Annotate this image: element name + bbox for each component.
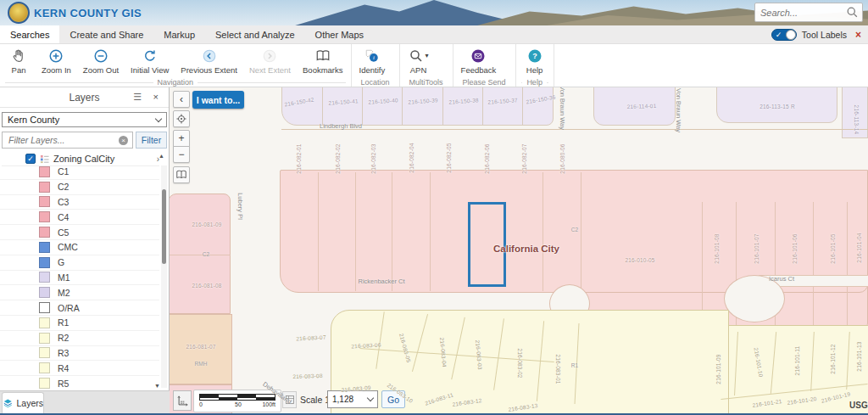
pan-button[interactable]: Pan: [2, 44, 36, 78]
map-area-select[interactable]: Kern County: [2, 112, 167, 127]
help-button[interactable]: ?Help: [518, 44, 552, 78]
tool-label: Next Extent: [249, 65, 291, 75]
zoom-out-icon: [93, 48, 108, 64]
collapse-panel-button[interactable]: ‹: [173, 91, 190, 108]
legend-item-r1[interactable]: R1: [0, 316, 159, 331]
scroll-up-icon[interactable]: ▲: [159, 153, 164, 159]
ribbon-toolbar: PanZoom InZoom OutInitial ViewPrevious E…: [0, 44, 868, 87]
legend-item-o-ra[interactable]: O/RA: [0, 300, 159, 316]
tabbar-right: ✓ Tool Labels ×: [771, 25, 865, 44]
layer-legend-icon: [40, 154, 49, 164]
toggle-knob: [786, 30, 796, 40]
tab-other-maps[interactable]: Other Maps: [305, 25, 374, 43]
panel-bottom-strip: Layers: [0, 390, 170, 413]
legend-swatch: [39, 182, 50, 193]
tool-label: Initial View: [131, 65, 169, 75]
legend-swatch: [39, 227, 50, 238]
filter-button[interactable]: Filter: [136, 132, 167, 149]
panel-scrollbar-thumb[interactable]: [162, 189, 166, 264]
zoom-out-button[interactable]: Zoom Out: [77, 44, 125, 78]
previous-extent-button[interactable]: Previous Extent: [175, 44, 243, 78]
legend-label: M1: [58, 272, 70, 283]
street-label: Lindbergh Blvd: [320, 122, 362, 130]
zoning-code-label: C2: [571, 227, 578, 233]
help-icon: ?: [527, 48, 542, 64]
parcel-label: 216-083-01: [555, 354, 561, 384]
locate-button[interactable]: [173, 110, 190, 127]
legend-item-r5[interactable]: R5: [0, 376, 159, 391]
legend-item-m1[interactable]: M1: [0, 271, 159, 286]
parcel-block-peach[interactable]: [170, 314, 232, 384]
map-bookmarks-button[interactable]: [173, 166, 190, 183]
tab-searches[interactable]: Searches: [0, 25, 59, 43]
toolbar-group-please-send: FeedbackPlease Send: [453, 44, 516, 87]
legend-item-c4[interactable]: C4: [0, 210, 159, 225]
feedback-button[interactable]: Feedback: [455, 44, 503, 78]
legend-item-c2[interactable]: C2: [0, 180, 159, 195]
parcel-label: 216-101-13: [856, 341, 862, 371]
parcel-label: 216-081-07: [186, 344, 215, 350]
legend-label: M2: [58, 288, 70, 298]
coordinates-button[interactable]: [173, 390, 192, 411]
next-extent-icon: [262, 48, 277, 64]
street-label: Von Braun Way: [559, 87, 566, 130]
legend-item-cmc[interactable]: CMC: [0, 240, 159, 255]
global-search-box[interactable]: [754, 3, 863, 22]
tool-labels-toggle[interactable]: ✓: [771, 29, 797, 41]
legend-item-r2[interactable]: R2: [0, 331, 159, 346]
layer-list-menu-icon[interactable]: ☰: [133, 92, 142, 103]
filter-layers-input[interactable]: [7, 134, 119, 146]
scale-bar-ticks: 0 50 100ft: [199, 401, 275, 408]
toolbar-group-label: Help: [518, 78, 552, 87]
search-icon: [846, 6, 859, 19]
layer-checkbox[interactable]: ✓: [25, 154, 36, 164]
ribbon-tab-bar: SearchesCreate and ShareMarkupSelect and…: [0, 25, 868, 44]
parcel-label: 216-082-05: [446, 143, 452, 172]
clear-filter-icon[interactable]: ×: [119, 136, 128, 145]
scale-bar: 0 50 100ft: [193, 390, 281, 412]
map-viewport[interactable]: California City ‹ I want to... + −: [170, 87, 868, 413]
parcel-label: 216-113-15 R: [760, 104, 795, 109]
svg-text:?: ?: [532, 52, 537, 60]
initial-view-button[interactable]: Initial View: [125, 44, 175, 78]
tool-label: Bookmarks: [303, 65, 343, 75]
parcel-label: 216-082-03: [370, 143, 376, 173]
legend-item-r3[interactable]: R3: [0, 346, 159, 362]
layers-bottom-tab[interactable]: Layers: [2, 392, 44, 413]
legend-item-g[interactable]: G: [0, 255, 159, 271]
map-zoom-in-button[interactable]: +: [173, 130, 190, 147]
legend-label: R2: [58, 333, 69, 343]
legend-item-m2[interactable]: M2: [0, 285, 159, 300]
scale-tick-start: 0: [199, 401, 203, 407]
filter-input-wrap: ×: [2, 132, 133, 149]
legend-item-c1[interactable]: C1: [0, 165, 159, 180]
svg-text:i: i: [373, 54, 375, 60]
legend-item-r4[interactable]: R4: [0, 361, 159, 376]
parcel-block-pink-west[interactable]: [170, 193, 231, 314]
tab-select-and-analyze[interactable]: Select and Analyze: [205, 25, 305, 43]
scale-select-value: 1,128: [332, 395, 353, 404]
map-area-select-value: Kern County: [8, 115, 59, 125]
map-zoom-out-button[interactable]: −: [173, 146, 190, 163]
legend-swatch: [39, 362, 50, 373]
legend-item-c3[interactable]: C3: [0, 195, 159, 210]
header-banner: KERN COUNTY GIS: [0, 0, 868, 25]
legend-item-c5[interactable]: C5: [0, 225, 159, 240]
feedback-icon: [470, 48, 486, 64]
zoning-code-label: R1: [571, 362, 578, 368]
identify-button[interactable]: iIdentify: [353, 44, 392, 78]
panel-close-icon[interactable]: ×: [153, 92, 159, 102]
bookmarks-button[interactable]: Bookmarks: [297, 44, 349, 78]
search-input[interactable]: [759, 7, 846, 19]
next-extent-button: Next Extent: [243, 44, 297, 78]
parcel-label: 216-101-07: [754, 233, 760, 263]
close-toolbar-icon[interactable]: ×: [852, 29, 865, 41]
parcel-label: 216-082-06: [484, 143, 490, 173]
parcel-label: 216-081-09: [192, 222, 221, 227]
scale-select[interactable]: 1,128: [327, 390, 378, 408]
tab-create-and-share[interactable]: Create and Share: [59, 25, 153, 43]
i-want-to-button[interactable]: I want to...: [192, 91, 244, 109]
apn-button[interactable]: ▾APN: [402, 44, 436, 78]
tab-markup[interactable]: Markup: [153, 25, 205, 43]
zoom-in-button[interactable]: Zoom In: [36, 44, 77, 78]
